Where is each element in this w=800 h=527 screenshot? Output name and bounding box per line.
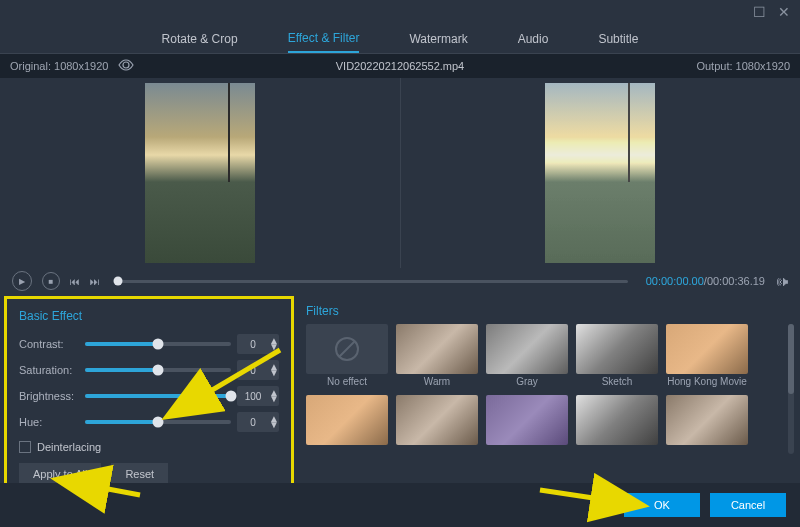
filter-warm[interactable]: Warm — [396, 324, 478, 387]
filter-item[interactable] — [396, 395, 478, 447]
contrast-row: Contrast: 0▲▼ — [19, 331, 279, 357]
filter-label: Sketch — [602, 376, 633, 387]
cancel-button[interactable]: Cancel — [710, 493, 786, 517]
filter-no-effect[interactable]: No effect — [306, 324, 388, 387]
hue-label: Hue: — [19, 416, 79, 428]
scrollbar-thumb[interactable] — [788, 324, 794, 394]
prev-frame-button[interactable]: ⏮ — [70, 276, 80, 287]
ok-button[interactable]: OK — [624, 493, 700, 517]
filters-title: Filters — [306, 304, 788, 318]
output-resolution: Output: 1080x1920 — [696, 60, 790, 72]
close-button[interactable]: ✕ — [778, 4, 790, 20]
apply-to-all-button[interactable]: Apply to All — [19, 463, 101, 485]
playback-controls: ▶ ■ ⏮ ⏭ 00:00:00.00/00:00:36.19 🕪 — [0, 268, 800, 294]
hue-slider[interactable] — [85, 420, 231, 424]
titlebar: ☐ ✕ — [0, 0, 800, 24]
filter-gray[interactable]: Gray — [486, 324, 568, 387]
saturation-label: Saturation: — [19, 364, 79, 376]
filter-label: Gray — [516, 376, 538, 387]
play-button[interactable]: ▶ — [12, 271, 32, 291]
preview-area — [0, 78, 800, 268]
filter-item[interactable] — [486, 395, 568, 447]
filter-label: Warm — [424, 376, 450, 387]
brightness-row: Brightness: 100▲▼ — [19, 383, 279, 409]
preview-original — [0, 78, 401, 268]
main-tabs: Rotate & Crop Effect & Filter Watermark … — [0, 24, 800, 54]
footer: OK Cancel — [0, 483, 800, 527]
saturation-row: Saturation: 0▲▼ — [19, 357, 279, 383]
tab-watermark[interactable]: Watermark — [409, 26, 467, 52]
filter-hk-movie[interactable]: Hong Kong Movie — [666, 324, 748, 387]
contrast-label: Contrast: — [19, 338, 79, 350]
brightness-spinner[interactable]: 100▲▼ — [237, 386, 279, 406]
filter-label: Hong Kong Movie — [667, 376, 747, 387]
tab-audio[interactable]: Audio — [518, 26, 549, 52]
tab-effect-filter[interactable]: Effect & Filter — [288, 25, 360, 53]
filter-item[interactable] — [576, 395, 658, 447]
filter-item[interactable] — [666, 395, 748, 447]
brightness-slider[interactable] — [85, 394, 231, 398]
saturation-slider[interactable] — [85, 368, 231, 372]
brightness-label: Brightness: — [19, 390, 79, 402]
maximize-button[interactable]: ☐ — [753, 4, 766, 20]
basic-effect-panel: Basic Effect Contrast: 0▲▼ Saturation: 0… — [4, 296, 294, 497]
original-resolution: Original: 1080x1920 — [10, 60, 108, 72]
basic-effect-title: Basic Effect — [19, 309, 279, 323]
filter-sketch[interactable]: Sketch — [576, 324, 658, 387]
filter-item[interactable] — [306, 395, 388, 447]
preview-output — [401, 78, 801, 268]
lower-panels: Basic Effect Contrast: 0▲▼ Saturation: 0… — [0, 294, 800, 499]
filters-scrollbar[interactable] — [788, 324, 794, 454]
filebar: Original: 1080x1920 VID20220212062552.mp… — [0, 54, 800, 78]
tab-rotate-crop[interactable]: Rotate & Crop — [162, 26, 238, 52]
contrast-slider[interactable] — [85, 342, 231, 346]
deinterlacing-row: Deinterlacing — [19, 441, 279, 453]
duration-time: 00:00:36.19 — [707, 275, 765, 287]
contrast-spinner[interactable]: 0▲▼ — [237, 334, 279, 354]
current-time: 00:00:00.00 — [646, 275, 704, 287]
filter-label: No effect — [327, 376, 367, 387]
svg-line-1 — [339, 341, 355, 357]
progress-thumb[interactable] — [114, 277, 123, 286]
filename: VID20220212062552.mp4 — [336, 60, 464, 72]
saturation-spinner[interactable]: 0▲▼ — [237, 360, 279, 380]
tab-subtitle[interactable]: Subtitle — [598, 26, 638, 52]
deinterlacing-label: Deinterlacing — [37, 441, 101, 453]
filters-panel: Filters No effect Warm Gray Sketch Hong … — [294, 294, 800, 499]
original-video-thumb — [145, 83, 255, 263]
output-video-thumb — [545, 83, 655, 263]
time-display: 00:00:00.00/00:00:36.19 — [646, 275, 765, 287]
next-frame-button[interactable]: ⏭ — [90, 276, 100, 287]
hue-row: Hue: 0▲▼ — [19, 409, 279, 435]
progress-bar[interactable] — [118, 280, 628, 283]
deinterlacing-checkbox[interactable] — [19, 441, 31, 453]
stop-button[interactable]: ■ — [42, 272, 60, 290]
reset-button[interactable]: Reset — [111, 463, 168, 485]
hue-spinner[interactable]: 0▲▼ — [237, 412, 279, 432]
preview-toggle-icon[interactable] — [118, 59, 134, 73]
no-effect-icon — [306, 324, 388, 374]
volume-icon[interactable]: 🕪 — [775, 274, 788, 289]
